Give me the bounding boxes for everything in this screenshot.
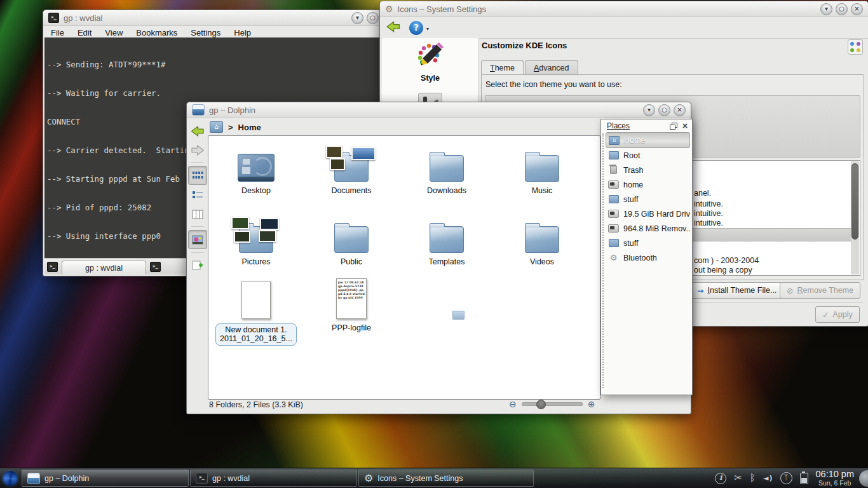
- places-item-home[interactable]: ⌂ Home: [606, 132, 690, 148]
- places-item-hard-drive[interactable]: 19.5 GiB Hard Drive: [606, 207, 690, 221]
- terminal-line: --> Sending: ATDT*99***1#: [47, 60, 395, 69]
- back-button[interactable]: [385, 19, 402, 37]
- minimize-button[interactable]: ▾: [820, 3, 832, 15]
- forward-button[interactable]: [189, 141, 207, 159]
- file-item-videos[interactable]: Videos: [494, 212, 590, 266]
- notifications-icon[interactable]: i: [715, 473, 726, 484]
- apply-button[interactable]: ✓ Apply: [815, 306, 860, 323]
- float-panel-icon[interactable]: [670, 123, 677, 129]
- split-terminal-button[interactable]: >_: [150, 262, 161, 272]
- places-item-home-partition[interactable]: home: [606, 177, 690, 192]
- kde-launcher-button[interactable]: [0, 468, 20, 488]
- folder-icon: [525, 226, 559, 253]
- home-icon[interactable]: ⌂: [210, 121, 223, 133]
- close-panel-icon[interactable]: ×: [682, 122, 688, 130]
- maximize-button[interactable]: ○: [658, 104, 670, 116]
- zoom-slider-handle[interactable]: [536, 400, 546, 409]
- dolphin-titlebar[interactable]: gp – Dolphin ▾ ○ ×: [187, 102, 691, 118]
- help-button[interactable]: ? ▾: [409, 21, 423, 35]
- file-item-music[interactable]: Music: [494, 141, 590, 195]
- places-item-stuff[interactable]: stuff: [606, 192, 690, 207]
- menu-bookmarks[interactable]: Bookmarks: [136, 28, 177, 37]
- breadcrumb-home[interactable]: Home: [238, 123, 261, 132]
- menu-settings[interactable]: Settings: [191, 28, 220, 37]
- klipper-scissors-icon[interactable]: ✂: [734, 473, 742, 483]
- task-system-settings[interactable]: ⚙ Icons – System Settings: [358, 470, 534, 487]
- back-button[interactable]: [189, 122, 207, 140]
- places-item-stuff-2[interactable]: stuff: [606, 236, 690, 250]
- preview-toggle-button[interactable]: [188, 230, 207, 249]
- menu-file[interactable]: File: [51, 28, 64, 37]
- sidebar-item-style[interactable]: Style: [382, 38, 478, 83]
- folder-view[interactable]: Desktop Documents Downloads Music: [208, 135, 600, 400]
- trash-icon: [610, 166, 617, 174]
- tab-theme[interactable]: Theme: [481, 60, 524, 74]
- usb-device-icon[interactable]: ᛉ: [780, 472, 792, 484]
- dolphin-toolbar: [187, 119, 208, 412]
- places-item-trash[interactable]: Trash: [606, 163, 690, 177]
- scrollbar[interactable]: [851, 161, 859, 274]
- task-dolphin[interactable]: gp – Dolphin: [22, 470, 189, 487]
- places-item-bluetooth[interactable]: ⚙ Bluetooth: [606, 250, 690, 265]
- new-tab-button[interactable]: >_: [47, 262, 58, 272]
- zoom-slider[interactable]: [522, 402, 583, 406]
- close-button[interactable]: ×: [674, 104, 686, 116]
- details-view-button[interactable]: [189, 186, 207, 204]
- menu-edit[interactable]: Edit: [78, 28, 92, 37]
- icons-view-button[interactable]: [188, 166, 207, 185]
- task-konsole[interactable]: >_ gp : wvdial: [190, 470, 357, 487]
- file-item-new-document[interactable]: New document 1.2011_01_20_16_5...: [208, 280, 304, 346]
- file-item-pictures[interactable]: Pictures: [208, 212, 304, 266]
- file-item-desktop[interactable]: Desktop: [208, 141, 304, 195]
- konsole-tab-active[interactable]: gp : wvdial: [62, 261, 146, 274]
- clock-time: 06:10 pm: [816, 470, 854, 479]
- panel-toolbox-cashew[interactable]: [859, 470, 868, 487]
- file-item-templates[interactable]: Templates: [399, 212, 494, 266]
- desktop: >_ gp : wvdial ▾ ○ × File Edit View Book…: [0, 0, 868, 488]
- file-item-downloads[interactable]: Downloads: [399, 141, 494, 195]
- places-label: Trash: [623, 166, 644, 175]
- file-item-ppp-logfile[interactable]: Jan 17 09:47:18 gp-Aspire-5738 pppd[1946…: [304, 280, 399, 332]
- item-label: Desktop: [208, 186, 304, 195]
- document-icon: [241, 281, 271, 319]
- breadcrumb-separator: >: [228, 123, 233, 132]
- theme-description-fragment: intuitive.: [694, 200, 723, 208]
- gear-icon: ⚙: [610, 254, 618, 262]
- install-theme-button[interactable]: → Install Theme File...: [690, 282, 783, 299]
- item-label: PPP-logfile: [304, 323, 399, 332]
- places-header[interactable]: Places ×: [601, 119, 692, 132]
- menu-help[interactable]: Help: [234, 28, 251, 37]
- maximize-button[interactable]: ○: [836, 3, 848, 15]
- style-icon: [416, 42, 444, 70]
- split-view-button[interactable]: [189, 256, 207, 274]
- places-label: Bluetooth: [623, 254, 657, 262]
- columns-view-button[interactable]: [189, 205, 207, 223]
- battery-icon[interactable]: [800, 473, 808, 484]
- scrollbar-thumb[interactable]: [851, 163, 858, 240]
- minimize-button[interactable]: ▾: [351, 12, 363, 24]
- menu-view[interactable]: View: [105, 28, 123, 37]
- clock[interactable]: 06:10 pm Sun, 6 Feb: [816, 470, 854, 487]
- mouse-cursor-artifact: [452, 311, 465, 320]
- zoom-in-icon[interactable]: ⊕: [588, 400, 595, 409]
- bluetooth-icon[interactable]: ᛒ: [750, 473, 756, 483]
- icons-view-icon: [192, 170, 203, 180]
- minimize-button[interactable]: ▾: [643, 104, 655, 116]
- tab-advanced[interactable]: Advanced: [525, 60, 578, 74]
- zoom-controls: ⊖ ⊕: [509, 400, 595, 409]
- zoom-out-icon[interactable]: ⊖: [509, 400, 517, 409]
- places-item-root[interactable]: Root: [606, 148, 690, 163]
- file-item-documents[interactable]: Documents: [304, 141, 399, 195]
- maximize-button[interactable]: ○: [367, 12, 379, 24]
- gear-icon: ⚙: [364, 473, 373, 484]
- volume-icon[interactable]: ◄ ): [763, 474, 773, 482]
- system-settings-titlebar[interactable]: ⚙ Icons – System Settings ▾ ○ ×: [380, 1, 868, 17]
- file-item-public[interactable]: Public: [304, 212, 399, 266]
- documents-folder-icon: [334, 155, 369, 182]
- places-item-removable[interactable]: 964.8 MiB Remov...: [606, 221, 690, 236]
- task-label: Icons – System Settings: [377, 474, 463, 483]
- remove-theme-button[interactable]: ⊘ Remove Theme: [780, 282, 860, 299]
- theme-description-fragment: anel.: [694, 189, 711, 198]
- close-button[interactable]: ×: [851, 3, 863, 15]
- konsole-titlebar[interactable]: >_ gp : wvdial ▾ ○ ×: [43, 10, 399, 26]
